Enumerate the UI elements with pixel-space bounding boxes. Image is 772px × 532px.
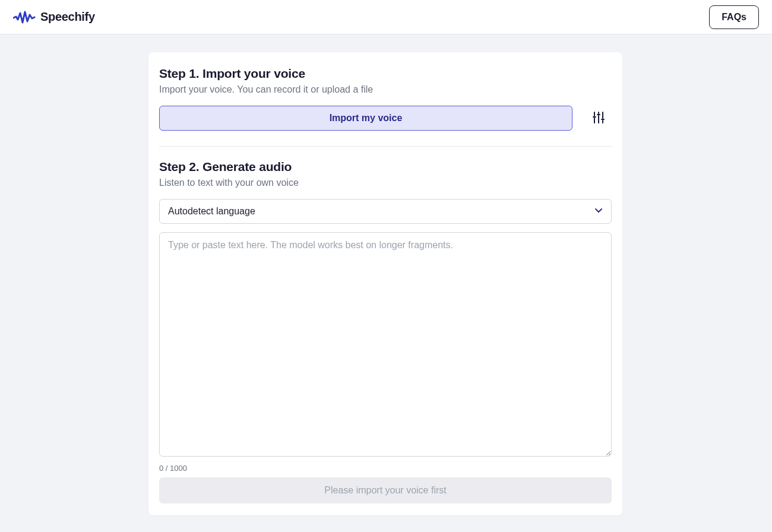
brand-logo[interactable]: Speechify [13, 10, 95, 24]
import-row: Import my voice [159, 106, 612, 131]
text-input[interactable] [159, 232, 612, 457]
step1-subtitle: Import your voice. You can record it or … [159, 84, 612, 95]
waveform-icon [13, 10, 36, 24]
main-content: Step 1. Import your voice Import your vo… [0, 34, 772, 532]
app-header: Speechify FAQs [0, 0, 772, 34]
language-select[interactable]: Autodetect language [159, 199, 612, 224]
step2-subtitle: Listen to text with your own voice [159, 178, 612, 188]
char-counter: 0 / 1000 [159, 464, 612, 473]
sliders-icon [591, 110, 606, 126]
voice-card: Step 1. Import your voice Import your vo… [148, 52, 622, 515]
language-select-wrap: Autodetect language [159, 199, 612, 224]
generate-audio-button[interactable]: Please import your voice first [159, 477, 612, 504]
faqs-button[interactable]: FAQs [709, 5, 759, 29]
import-voice-button[interactable]: Import my voice [159, 106, 572, 131]
step2-title: Step 2. Generate audio [159, 160, 612, 174]
step1-title: Step 1. Import your voice [159, 66, 612, 81]
brand-name: Speechify [40, 10, 95, 24]
section-divider [159, 146, 612, 147]
voice-settings-button[interactable] [590, 110, 607, 126]
